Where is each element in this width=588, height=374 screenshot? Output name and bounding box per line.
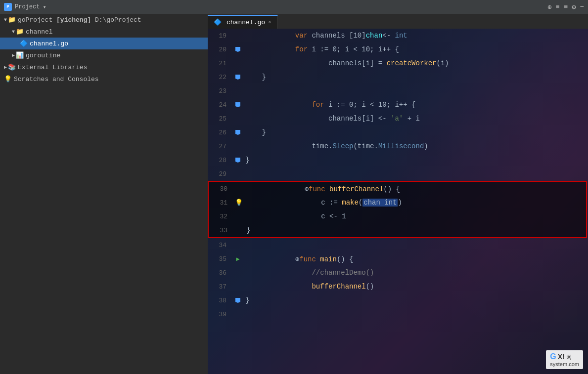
code-line-27: 27 time.Sleep(time.Millisecond) [208, 139, 588, 153]
gutter-38 [232, 298, 243, 303]
line-content-21: channels[i] = createWorker(i) [243, 51, 588, 75]
gutter-24 [232, 102, 243, 107]
sidebar-item-goroutine[interactable]: ▶ 📊 goroutine [0, 49, 208, 61]
line-num-31: 31 [209, 199, 233, 207]
title-bar-left: P Project ▾ [4, 3, 46, 11]
goroutine-label: goroutine [26, 52, 60, 59]
arrow-down-icon: ▼ [4, 17, 7, 23]
toolbar-icon-1[interactable]: ⊕ [547, 3, 551, 11]
line-content-22: } [243, 73, 588, 81]
line-num-29: 29 [208, 170, 232, 178]
code-line-37: 37 bufferChannel() [208, 280, 588, 293]
line-num-39: 39 [208, 311, 232, 318]
watermark: G X! 网system.com [546, 350, 583, 369]
code-line-21: 21 channels[i] = createWorker(i) [208, 56, 588, 70]
gutter-22 [232, 75, 243, 80]
scratches-label: Scratches and Consoles [14, 76, 99, 83]
bookmark-icon-26 [235, 130, 240, 135]
file-go-icon: 🔷 [20, 40, 28, 47]
line-num-38: 38 [208, 297, 232, 304]
line-num-21: 21 [208, 60, 232, 67]
dropdown-icon[interactable]: ▾ [43, 3, 46, 11]
arrow-down-icon-2: ▼ [12, 29, 15, 35]
tab-bar: 🔷 channel.go × [208, 14, 588, 29]
toolbar-icon-3[interactable]: ≡ [564, 3, 568, 11]
bookmark-icon-24 [235, 102, 240, 107]
channel-folder-label: channel [26, 28, 53, 36]
editor-area: 🔷 channel.go × 19 var channels [10]chan<… [208, 14, 588, 374]
sidebar-item-scratches[interactable]: 💡 Scratches and Consoles [0, 73, 208, 85]
line-num-25: 25 [208, 115, 232, 123]
play-icon-35[interactable]: ▶ [236, 255, 239, 263]
tab-file-icon: 🔷 [214, 18, 222, 26]
line-num-30: 30 [209, 185, 233, 193]
line-num-19: 19 [208, 32, 232, 40]
ext-lib-icon: 📚 [8, 63, 16, 71]
line-num-35: 35 [208, 255, 232, 263]
channelgo-label: channel.go [30, 40, 68, 47]
bookmark-icon-22 [235, 75, 240, 80]
bookmark-icon-20 [235, 47, 240, 52]
tab-close-button[interactable]: × [268, 19, 271, 25]
goproject-label: goProject [yicheng] D:\goProject [18, 16, 141, 24]
code-line-25: 25 channels[i] <- 'a' + i [208, 112, 588, 125]
goroutine-icon: 📊 [16, 51, 24, 59]
sidebar-item-extlibs[interactable]: ▶ 📚 External Libraries [0, 61, 208, 73]
gutter-20 [232, 47, 243, 52]
code-editor[interactable]: 19 var channels [10]chan<- int 20 for i … [208, 29, 588, 374]
sidebar-item-channelgo[interactable]: 🔷 channel.go [0, 38, 208, 49]
watermark-g: G [550, 352, 556, 361]
main-layout: ▼ 📁 goProject [yicheng] D:\goProject ▼ 📁… [0, 14, 588, 374]
toolbar-icon-minimize[interactable]: − [580, 3, 584, 11]
line-num-26: 26 [208, 129, 232, 136]
line-content-25: channels[i] <- 'a' + i [243, 107, 588, 130]
tab-label: channel.go [226, 19, 265, 26]
project-label: Project [15, 3, 40, 10]
line-content-38: } [243, 296, 588, 304]
line-num-27: 27 [208, 143, 232, 150]
line-content-33: } [244, 226, 586, 234]
arrow-right-icon: ▶ [12, 52, 15, 58]
warning-icon-31: 💡 [235, 199, 243, 207]
arrow-right-icon-2: ▶ [4, 64, 7, 70]
gutter-35: ▶ [232, 255, 243, 263]
code-line-39: 39 [208, 307, 588, 321]
line-content-28: } [243, 156, 588, 164]
scratch-icon: 💡 [4, 75, 12, 83]
toolbar-icon-2[interactable]: ≡ [555, 3, 559, 11]
highlight-block: 30 ⊕func bufferChannel() { 31 💡 [208, 181, 587, 238]
sidebar: ▼ 📁 goProject [yicheng] D:\goProject ▼ 📁… [0, 14, 208, 374]
sidebar-item-channel[interactable]: ▼ 📁 channel [0, 26, 208, 38]
line-content-37: bufferChannel() [243, 275, 588, 298]
folder-icon: 📁 [8, 16, 16, 24]
line-num-24: 24 [208, 101, 232, 109]
title-bar: P Project ▾ ⊕ ≡ ≡ ⚙ − [0, 0, 588, 14]
title-bar-right: ⊕ ≡ ≡ ⚙ − [547, 3, 584, 11]
code-content: 19 var channels [10]chan<- int 20 for i … [208, 29, 588, 321]
code-line-32: 32 c <- 1 [209, 209, 586, 223]
folder-icon-2: 📁 [16, 28, 24, 36]
extlibs-label: External Libraries [18, 64, 87, 71]
line-num-32: 32 [209, 213, 233, 220]
line-num-37: 37 [208, 283, 232, 291]
line-num-22: 22 [208, 74, 232, 81]
line-num-28: 28 [208, 157, 232, 164]
line-content-27: time.Sleep(time.Millisecond) [243, 134, 588, 158]
bookmark-icon-38 [235, 298, 240, 303]
line-num-36: 36 [208, 269, 232, 277]
line-num-23: 23 [208, 87, 232, 95]
project-icon: P [4, 3, 12, 11]
gutter-31: 💡 [233, 199, 244, 207]
line-num-34: 34 [208, 242, 232, 249]
watermark-xi: X! [558, 353, 565, 361]
bookmark-icon-28 [235, 158, 240, 163]
line-num-20: 20 [208, 46, 232, 53]
line-num-33: 33 [209, 227, 233, 234]
gutter-26 [232, 130, 243, 135]
line-content-32: c <- 1 [244, 205, 586, 228]
tab-channelgo[interactable]: 🔷 channel.go × [208, 15, 278, 29]
sidebar-item-goproject[interactable]: ▼ 📁 goProject [yicheng] D:\goProject [0, 14, 208, 26]
gutter-28 [232, 158, 243, 163]
toolbar-icon-4[interactable]: ⚙ [572, 3, 576, 11]
